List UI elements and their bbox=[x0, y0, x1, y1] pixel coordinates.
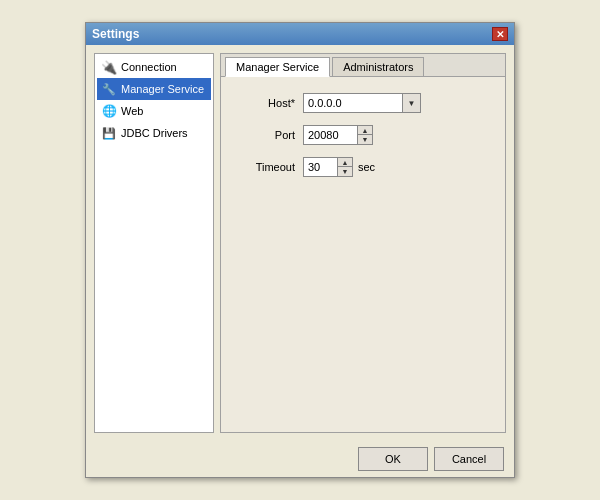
port-up-button[interactable]: ▲ bbox=[358, 126, 372, 135]
tab-bar: Manager Service Administrators bbox=[221, 54, 505, 77]
timeout-unit-label: sec bbox=[358, 161, 375, 173]
host-input[interactable] bbox=[303, 93, 403, 113]
sidebar-item-connection[interactable]: 🔌 Connection bbox=[97, 56, 211, 78]
timeout-down-button[interactable]: ▼ bbox=[338, 167, 352, 176]
host-label: Host* bbox=[233, 97, 303, 109]
port-row: Port ▲ ▼ bbox=[233, 125, 493, 145]
timeout-label: Timeout bbox=[233, 161, 303, 173]
cancel-button[interactable]: Cancel bbox=[434, 447, 504, 471]
tab-administrators[interactable]: Administrators bbox=[332, 57, 424, 76]
right-panel: Manager Service Administrators Host* ▼ bbox=[220, 53, 506, 433]
timeout-up-button[interactable]: ▲ bbox=[338, 158, 352, 167]
dialog-footer: OK Cancel bbox=[86, 441, 514, 477]
web-icon: 🌐 bbox=[101, 103, 117, 119]
connection-icon: 🔌 bbox=[101, 59, 117, 75]
jdbc-icon: 💾 bbox=[101, 125, 117, 141]
host-row: Host* ▼ bbox=[233, 93, 493, 113]
sidebar-item-jdbc-drivers[interactable]: 💾 JDBC Drivers bbox=[97, 122, 211, 144]
sidebar: 🔌 Connection 🔧 Manager Service 🌐 Web 💾 J… bbox=[94, 53, 214, 433]
sidebar-item-web-label: Web bbox=[121, 105, 143, 117]
timeout-control-group: ▲ ▼ sec bbox=[303, 157, 375, 177]
settings-dialog: Settings ✕ 🔌 Connection 🔧 Manager Servic… bbox=[85, 22, 515, 478]
dialog-body: 🔌 Connection 🔧 Manager Service 🌐 Web 💾 J… bbox=[86, 45, 514, 441]
sidebar-item-manager-service-label: Manager Service bbox=[121, 83, 204, 95]
port-input[interactable] bbox=[303, 125, 358, 145]
sidebar-item-manager-service[interactable]: 🔧 Manager Service bbox=[97, 78, 211, 100]
sidebar-item-jdbc-label: JDBC Drivers bbox=[121, 127, 188, 139]
port-down-button[interactable]: ▼ bbox=[358, 135, 372, 144]
dialog-title: Settings bbox=[92, 27, 139, 41]
host-control-group: ▼ bbox=[303, 93, 421, 113]
port-label: Port bbox=[233, 129, 303, 141]
host-dropdown-button[interactable]: ▼ bbox=[403, 93, 421, 113]
port-control-group: ▲ ▼ bbox=[303, 125, 373, 145]
title-bar: Settings ✕ bbox=[86, 23, 514, 45]
tab-manager-service[interactable]: Manager Service bbox=[225, 57, 330, 77]
timeout-input[interactable] bbox=[303, 157, 338, 177]
timeout-spinner: ▲ ▼ bbox=[338, 157, 353, 177]
sidebar-item-web[interactable]: 🌐 Web bbox=[97, 100, 211, 122]
close-button[interactable]: ✕ bbox=[492, 27, 508, 41]
manager-service-icon: 🔧 bbox=[101, 81, 117, 97]
sidebar-item-connection-label: Connection bbox=[121, 61, 177, 73]
timeout-row: Timeout ▲ ▼ sec bbox=[233, 157, 493, 177]
tab-content: Host* ▼ Port ▲ ▼ bbox=[221, 77, 505, 432]
port-spinner: ▲ ▼ bbox=[358, 125, 373, 145]
ok-button[interactable]: OK bbox=[358, 447, 428, 471]
